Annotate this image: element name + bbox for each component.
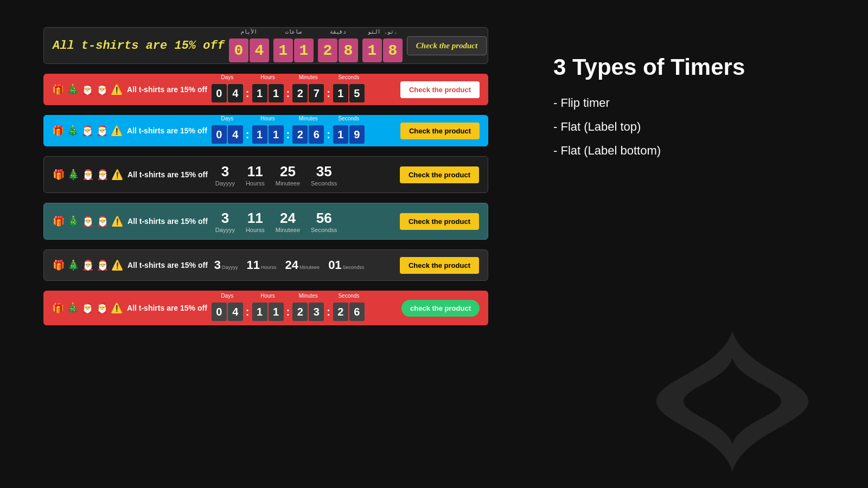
bar5-sec-label: Secondss bbox=[311, 227, 337, 233]
bar3-cta-button[interactable]: Check the product bbox=[400, 123, 480, 139]
bar7-colon2: : bbox=[286, 306, 291, 318]
bar2-sec-d1: 1 bbox=[333, 84, 348, 102]
timer-bar-7: 🎁 🎄 🎅 🎅 ⚠️ All t-shirts are 15% off Days… bbox=[43, 291, 488, 325]
bar6-promo-text: All t-shirts are 15% off bbox=[127, 261, 208, 269]
bar6-min-num: 24 bbox=[285, 258, 298, 272]
bar1-day-d1: 0 bbox=[229, 38, 248, 62]
bar7-hour-label: Hours bbox=[260, 293, 275, 299]
bar1-sec-d1: 1 bbox=[362, 38, 382, 62]
bar4-day-num: 3 bbox=[221, 163, 229, 180]
bar1-day-d2: 4 bbox=[250, 38, 269, 62]
bar4-emojis: 🎁 🎄 🎅 🎅 ⚠️ bbox=[53, 169, 123, 181]
info-list: - Flip timer - Flat (Label top) - Flat (… bbox=[553, 91, 825, 163]
bar4-hours: 11 Hourss bbox=[246, 163, 265, 187]
bar6-hour-num: 11 bbox=[247, 258, 260, 272]
bar3-min-label: Minutes bbox=[299, 115, 318, 121]
bar6-day-label: Dayyyy bbox=[222, 265, 238, 270]
bar2-hour-d2: 1 bbox=[269, 84, 284, 102]
bar7-min-d1: 2 bbox=[292, 303, 308, 321]
bar1-sec-d2: 8 bbox=[383, 38, 403, 62]
bar2-min-d2: 7 bbox=[309, 84, 324, 102]
bar2-colon1: : bbox=[245, 87, 250, 100]
bar2-day-label: Days bbox=[221, 74, 233, 80]
bar5-min-num: 24 bbox=[280, 210, 296, 227]
bar3-sec-d1: 1 bbox=[333, 125, 348, 144]
bar5-day-label: Dayyyy bbox=[215, 227, 235, 233]
bar7-min-label: Minutes bbox=[299, 293, 318, 299]
bar2-cta-button[interactable]: Check the product bbox=[400, 81, 480, 98]
bar4-sec-label: Secondss bbox=[311, 180, 337, 187]
bar2-min-d1: 2 bbox=[292, 84, 308, 102]
bar4-days: 3 Dayyyy bbox=[215, 163, 235, 187]
bar4-min-num: 25 bbox=[280, 163, 296, 180]
decorative-shape bbox=[651, 325, 814, 477]
info-item-1: - Flip timer bbox=[553, 91, 825, 115]
bar3-minutes: Minutes 2 6 bbox=[292, 125, 324, 144]
bar3-emojis: 🎁 🎄 🎅 🎅 ⚠️ bbox=[52, 125, 123, 137]
bar1-minutes: دقيقة 2 8 bbox=[318, 38, 358, 62]
timer-bar-4: 🎁 🎄 🎅 🎅 ⚠️ All t-shirts are 15% off 3 Da… bbox=[43, 156, 488, 193]
timer-bar-6: 🎁 🎄 🎅 🎅 ⚠️ All t-shirts are 15% off 3 Da… bbox=[43, 249, 488, 281]
bar4-minutes: 25 Minuteee bbox=[276, 163, 300, 187]
bar1-hours: ساعات 1 1 bbox=[273, 38, 314, 62]
bar1-hour-d1: 1 bbox=[273, 38, 293, 62]
bar7-hour-d1: 1 bbox=[252, 303, 267, 321]
info-panel: 3 Types of Timers - Flip timer - Flat (L… bbox=[553, 54, 825, 163]
bar3-colon3: : bbox=[326, 129, 331, 141]
bar1-min-d1: 2 bbox=[318, 38, 337, 62]
bar7-day-d2: 4 bbox=[228, 303, 243, 321]
bar2-colon3: : bbox=[326, 87, 331, 100]
bar6-cta-button[interactable]: Check the product bbox=[400, 257, 479, 274]
bar1-day-label: الأيام bbox=[241, 29, 257, 35]
bar7-min-d2: 3 bbox=[309, 303, 324, 321]
bar6-minutes: 24 Minuteee bbox=[285, 258, 320, 272]
bar7-promo-text: All t-shirts are 15% off bbox=[127, 304, 207, 312]
bar7-day-d1: 0 bbox=[212, 303, 227, 321]
bar2-promo-text: All t-shirts are 15% off bbox=[127, 85, 207, 94]
bar7-sec-d2: 6 bbox=[349, 303, 365, 321]
bar3-min-d1: 2 bbox=[292, 125, 308, 144]
bar5-sec-num: 56 bbox=[316, 210, 332, 227]
bar5-promo-text: All t-shirts are 15% off bbox=[127, 217, 208, 226]
bar6-seconds: 01 Secondss bbox=[328, 258, 364, 272]
info-item-3: - Flat (Label bottom) bbox=[553, 139, 825, 163]
bar2-hour-d1: 1 bbox=[252, 84, 267, 102]
bar3-hours: Hours 1 1 bbox=[252, 125, 284, 144]
bar3-day-d2: 4 bbox=[228, 125, 243, 144]
bar3-hour-d1: 1 bbox=[252, 125, 267, 144]
bar6-hour-label: Hourss bbox=[261, 265, 277, 270]
bar5-hour-label: Hourss bbox=[246, 227, 265, 233]
bar1-min-d2: 8 bbox=[339, 38, 358, 62]
bar4-hour-label: Hourss bbox=[246, 180, 265, 187]
bar5-hours: 11 Hourss bbox=[246, 210, 265, 233]
bar5-seconds: 56 Secondss bbox=[311, 210, 337, 233]
bar7-minutes: Minutes 2 3 bbox=[292, 303, 324, 321]
bar7-cta-button[interactable]: check the product bbox=[401, 300, 480, 317]
bar7-sec-d1: 2 bbox=[333, 303, 348, 321]
bar5-day-num: 3 bbox=[221, 210, 229, 227]
bar3-sec-d2: 9 bbox=[349, 125, 365, 144]
bar4-seconds: 35 Secondss bbox=[311, 163, 337, 187]
bar4-cta-button[interactable]: Check the product bbox=[400, 166, 479, 183]
bar4-hour-num: 11 bbox=[247, 163, 263, 180]
timer-examples: All t-shirts are 15% off الأيام 0 4 ساعا… bbox=[43, 22, 488, 335]
bar2-seconds: Seconds 1 5 bbox=[333, 84, 365, 102]
info-item-2: - Flat (Label top) bbox=[553, 115, 825, 139]
bar6-sec-num: 01 bbox=[328, 258, 341, 272]
bar3-hour-d2: 1 bbox=[269, 125, 284, 144]
bar7-hour-d2: 1 bbox=[269, 303, 284, 321]
bar4-sec-num: 35 bbox=[316, 163, 332, 180]
bar7-colon1: : bbox=[245, 306, 250, 318]
bar7-digits: Days 0 4 : Hours 1 1 : Minutes 2 3 : Sec… bbox=[212, 303, 365, 321]
info-title: 3 Types of Timers bbox=[553, 54, 825, 80]
bar1-cta-button[interactable]: Check the product bbox=[407, 36, 487, 55]
bar2-hour-label: Hours bbox=[260, 74, 275, 80]
bar2-day-d1: 0 bbox=[212, 84, 227, 102]
bar4-promo-text: All t-shirts are 15% off bbox=[127, 170, 208, 179]
bar5-cta-button[interactable]: Check the product bbox=[400, 213, 479, 230]
bar2-days: Days 0 4 bbox=[212, 84, 243, 102]
bar1-days: الأيام 0 4 bbox=[229, 38, 269, 62]
bar3-min-d2: 6 bbox=[309, 125, 324, 144]
bar2-sec-d2: 5 bbox=[349, 84, 365, 102]
bar2-colon2: : bbox=[286, 87, 291, 100]
